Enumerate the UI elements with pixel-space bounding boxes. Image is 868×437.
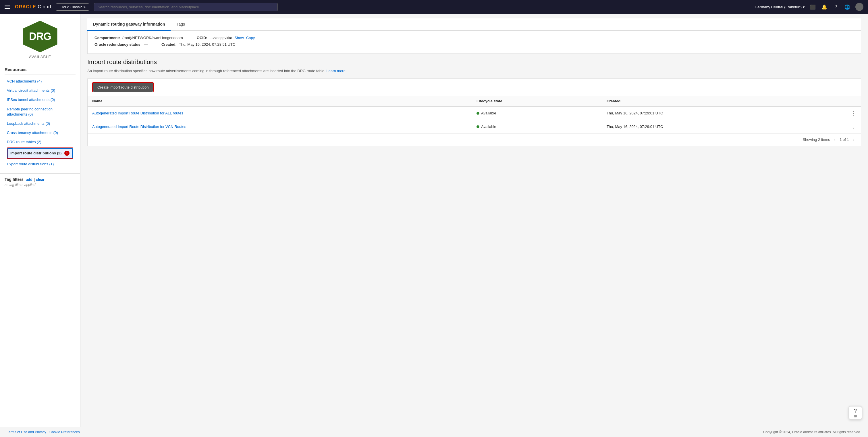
sidebar-item-ipsec-tunnel-attachments[interactable]: IPSec tunnel attachments (0): [5, 95, 75, 105]
info-panel: Compartment: (root)/NETWORK/IwanHoogendo…: [87, 31, 861, 54]
help-icon: ?: [854, 408, 857, 414]
main-layout: DRG AVAILABLE Resources VCN attachments …: [0, 14, 868, 437]
info-row-2: Oracle redundancy status: — Created: Thu…: [94, 42, 854, 47]
search-input[interactable]: [94, 3, 278, 11]
sidebar: DRG AVAILABLE Resources VCN attachments …: [0, 14, 81, 437]
row-1-actions-menu[interactable]: ⋮: [851, 110, 856, 116]
info-row-1: Compartment: (root)/NETWORK/IwanHoogendo…: [94, 36, 854, 40]
import-route-table: Name Lifecycle state Created Autogenerat…: [88, 96, 861, 134]
sidebar-item-cross-tenancy-attachments[interactable]: Cross-tenancy attachments (0): [5, 128, 75, 138]
sidebar-item-export-route-distributions[interactable]: Export route distributions (1): [5, 159, 75, 169]
region-label: Germany Central (Frankfurt): [755, 5, 802, 9]
sidebar-item-virtual-circuit-attachments[interactable]: Virtual circuit attachments (0): [5, 86, 75, 95]
created-field: Created: Thu, May 16, 2024, 07:28:51 UTC: [161, 42, 235, 47]
tag-filters-clear-link[interactable]: clear: [36, 177, 44, 182]
compartment-label: Compartment:: [94, 36, 120, 40]
region-selector[interactable]: Germany Central (Frankfurt) ▾: [755, 5, 805, 9]
row-2-lifecycle: Available: [472, 120, 602, 134]
sidebar-item-remote-peering-attachments[interactable]: Remote peering connection attachments (0…: [5, 105, 75, 119]
create-import-route-distribution-button[interactable]: Create import route distribution: [93, 83, 153, 92]
menu-icon[interactable]: [5, 5, 10, 9]
created-label: Created:: [161, 42, 177, 47]
tab-tags[interactable]: Tags: [170, 19, 191, 31]
oracle-logo: ORACLE Cloud: [15, 4, 51, 9]
row-2-actions-menu[interactable]: ⋮: [851, 124, 856, 130]
row-1-actions[interactable]: ⋮: [846, 106, 861, 120]
showing-items: Showing 2 items: [803, 138, 830, 142]
created-value: Thu, May 16, 2024, 07:28:51 UTC: [179, 42, 236, 47]
col-lifecycle-state[interactable]: Lifecycle state: [472, 96, 602, 106]
compartment-value: (root)/NETWORK/IwanHoogendoorn: [122, 36, 183, 40]
row-2-name-link[interactable]: Autogenerated Import Route Distribution …: [92, 124, 186, 129]
topbar-right: Germany Central (Frankfurt) ▾ ⬛ 🔔 ? 🌐: [755, 3, 863, 11]
redundancy-value: —: [144, 42, 148, 47]
row-2-actions[interactable]: ⋮: [846, 120, 861, 134]
learn-more-link[interactable]: Learn more: [326, 69, 345, 73]
row-1-name-link[interactable]: Autogenerated Import Route Distribution …: [92, 111, 183, 115]
row-1-name: Autogenerated Import Route Distribution …: [88, 106, 472, 120]
tag-filters-title: Tag filters add | clear: [5, 177, 75, 182]
console-icon[interactable]: ⬛: [809, 3, 816, 10]
cookie-link[interactable]: Cookie Preferences: [50, 430, 80, 434]
table-header-row: Name Lifecycle state Created: [88, 96, 861, 106]
user-avatar[interactable]: [855, 3, 863, 11]
tag-filters-note: no tag filters applied: [5, 183, 75, 187]
row-2-name: Autogenerated Import Route Distribution …: [88, 120, 472, 134]
pagination-info: 1 of 1: [840, 138, 849, 142]
import-route-section: Import route distributions An import rou…: [87, 58, 861, 146]
ocid-copy-link[interactable]: Copy: [246, 36, 255, 40]
section-title: Import route distributions: [87, 58, 861, 66]
tag-filters-add-link[interactable]: add: [26, 177, 32, 182]
row-1-status-dot: [476, 112, 479, 115]
region-chevron: ▾: [803, 5, 805, 9]
tab-drg-info[interactable]: Dynamic routing gateway information: [87, 19, 170, 31]
tag-filters-links: add | clear: [26, 177, 44, 182]
sidebar-item-drg-route-tables[interactable]: DRG route tables (2): [5, 138, 75, 147]
redundancy-label: Oracle redundancy status:: [94, 42, 142, 47]
drg-hexagon-label: DRG: [29, 30, 51, 42]
pagination-next-button[interactable]: ›: [851, 137, 856, 143]
row-2-status-label: Available: [481, 124, 496, 129]
col-name[interactable]: Name: [88, 96, 472, 106]
create-btn-wrapper: Create import route distribution: [92, 82, 154, 92]
help-icon[interactable]: ?: [832, 3, 839, 10]
row-1-lifecycle: Available: [472, 106, 602, 120]
drg-hexagon: DRG: [23, 21, 57, 52]
bell-icon[interactable]: 🔔: [821, 3, 828, 10]
terms-link[interactable]: Terms of Use and Privacy: [7, 430, 46, 434]
col-created[interactable]: Created: [602, 96, 846, 106]
resources-title: Resources: [5, 67, 75, 75]
cloud-text: Cloud: [38, 4, 52, 9]
help-grid-icon: ⊞: [854, 414, 857, 418]
ocid-value: ...vxqqcgvkka: [210, 36, 232, 40]
footer: Terms of Use and Privacy Cookie Preferen…: [0, 427, 868, 437]
topbar: ORACLE Cloud Cloud Classic > Germany Cen…: [0, 0, 868, 14]
ocid-label: OCID:: [197, 36, 207, 40]
footer-copyright: Copyright © 2024, Oracle and/or its affi…: [763, 430, 861, 434]
compartment-field: Compartment: (root)/NETWORK/IwanHoogendo…: [94, 36, 183, 40]
sidebar-item-loopback-attachments[interactable]: Loopback attachments (0): [5, 119, 75, 128]
help-button[interactable]: ? ⊞: [848, 406, 862, 420]
tag-filters-separator: |: [34, 177, 35, 182]
row-2-status-cell: Available: [476, 124, 597, 129]
resources-section: Resources VCN attachments (4) Virtual ci…: [0, 63, 80, 171]
drg-status: AVAILABLE: [29, 55, 51, 59]
section-desc: An import route distribution specifies h…: [87, 68, 861, 74]
table-footer: Showing 2 items ‹ 1 of 1 ›: [88, 134, 861, 146]
ocid-field: OCID: ...vxqqcgvkka Show Copy: [197, 36, 255, 40]
table-container: Create import route distribution Name Li…: [87, 79, 861, 146]
sidebar-item-import-route-distributions[interactable]: Import route distributions (2) 1: [7, 148, 73, 159]
cloud-classic-button[interactable]: Cloud Classic >: [56, 3, 89, 11]
sidebar-active-wrapper: Import route distributions (2) 1: [7, 147, 73, 159]
table-row: Autogenerated Import Route Distribution …: [88, 106, 861, 120]
ocid-show-link[interactable]: Show: [235, 36, 244, 40]
sidebar-item-vcn-attachments[interactable]: VCN attachments (4): [5, 77, 75, 86]
row-2-status-dot: [476, 125, 479, 128]
table-toolbar: Create import route distribution: [88, 79, 861, 96]
globe-icon[interactable]: 🌐: [844, 3, 851, 10]
pagination-prev-button[interactable]: ‹: [832, 137, 837, 143]
row-1-created: Thu, May 16, 2024, 07:29:01 UTC: [602, 106, 846, 120]
footer-links: Terms of Use and Privacy Cookie Preferen…: [7, 430, 82, 434]
oracle-text: ORACLE: [15, 4, 36, 9]
col-actions: [846, 96, 861, 106]
